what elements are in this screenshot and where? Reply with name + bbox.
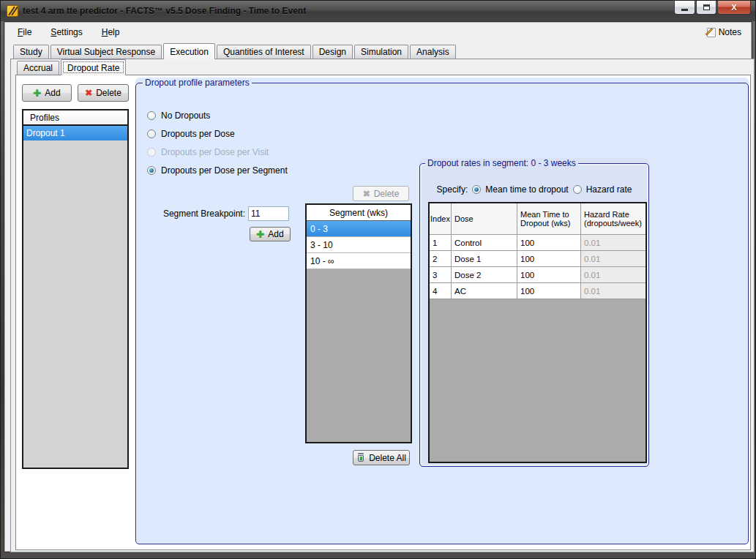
tab-accrual[interactable]: Accrual (17, 61, 59, 75)
cell-hazard-rate: 0.01 (581, 235, 645, 251)
radio-dropouts-per-dose-per-visit: Dropouts per Dose per Visit (147, 145, 269, 160)
tab-dropout-rate[interactable]: Dropout Rate (61, 59, 126, 75)
segment-table: Segment (wks) 0 - 3 3 - 10 10 - ∞ (305, 203, 412, 443)
tab-simulation[interactable]: Simulation (354, 45, 408, 59)
radio-icon (147, 130, 156, 138)
segment-table-header[interactable]: Segment (wks) (307, 205, 411, 221)
groupbox-title: Dropout profile parameters (143, 78, 252, 88)
add-icon: ✚ (33, 88, 41, 99)
dropout-rate-page: ✚ Add ✖ Delete Profiles Dropout 1 Dropou… (15, 75, 751, 550)
segment-row-3-10[interactable]: 3 - 10 (307, 237, 411, 253)
dropout-rates-title: Dropout rates in segment: 0 - 3 weeks (425, 158, 578, 168)
col-hazard-rate: Hazard Rate (dropouts/week) (581, 203, 645, 235)
title-bar[interactable]: test 4 arm tte predictor - FACTS™ v5.5 D… (1, 1, 755, 21)
tab-execution[interactable]: Execution (163, 43, 215, 59)
cell-index: 4 (430, 283, 452, 299)
cell-hazard-rate: 0.01 (581, 283, 645, 299)
radio-hazard-rate-label[interactable]: Hazard rate (586, 184, 632, 195)
window-title: test 4 arm tte predictor - FACTS™ v5.5 D… (23, 6, 306, 16)
execution-tab-page: Accrual Dropout Rate ✚ Add ✖ Delete Prof… (10, 59, 755, 552)
profiles-list-header[interactable]: Profiles (23, 110, 127, 126)
table-row: 1 Control 100 0.01 (430, 235, 645, 251)
cell-hazard-rate: 0.01 (581, 251, 645, 267)
specify-label: Specify: (437, 184, 468, 195)
maximize-button[interactable] (696, 1, 716, 15)
minimize-button[interactable] (674, 1, 695, 15)
segment-add-label: Add (268, 229, 283, 239)
segment-add-button[interactable]: ✚ Add (250, 227, 291, 241)
profile-add-label: Add (45, 88, 60, 98)
segment-breakpoint-input[interactable] (248, 206, 289, 221)
menu-file-rest: ile (23, 27, 31, 37)
cell-mean-time[interactable]: 100 (517, 235, 581, 251)
radio-dropouts-per-dose[interactable]: Dropouts per Dose (147, 127, 235, 141)
delete-all-label: Delete All (369, 453, 406, 463)
profile-delete-button[interactable]: ✖ Delete (78, 84, 129, 102)
profile-add-button[interactable]: ✚ Add (22, 84, 72, 102)
radio-mean-time-icon[interactable] (472, 185, 481, 194)
menu-help[interactable]: Help (102, 27, 120, 37)
radio-label: No Dropouts (161, 110, 210, 121)
segment-breakpoint-label: Segment Breakpoint: (150, 209, 245, 219)
menu-settings-rest: ettings (56, 27, 82, 37)
cell-dose: Dose 2 (452, 267, 517, 283)
radio-dropouts-per-dose-per-segment[interactable]: Dropouts per Dose per Segment (147, 163, 288, 178)
tab-virtual-subject-response[interactable]: Virtual Subject Response (50, 45, 162, 59)
radio-mean-time-label[interactable]: Mean time to dropout (485, 184, 568, 195)
cell-dose: Control (452, 235, 517, 251)
col-dose: Dose (452, 203, 517, 235)
cell-dose: Dose 1 (452, 251, 517, 267)
table-row: 3 Dose 2 100 0.01 (430, 267, 645, 283)
minimize-icon (681, 9, 688, 11)
close-button[interactable]: X (717, 1, 751, 15)
rates-table-header-row: Index Dose Mean Time to Dropout (wks) Ha… (430, 203, 645, 235)
profile-row-dropout-1[interactable]: Dropout 1 (23, 126, 127, 140)
cell-mean-time[interactable]: 100 (517, 267, 581, 283)
specify-row: Specify: Mean time to dropout Hazard rat… (419, 184, 649, 195)
radio-hazard-rate-icon[interactable] (573, 185, 582, 194)
main-tab-strip: Study Virtual Subject Response Execution… (7, 44, 749, 59)
menu-file[interactable]: File (18, 27, 31, 37)
radio-no-dropouts[interactable]: No Dropouts (147, 108, 210, 123)
segment-row-10-inf[interactable]: 10 - ∞ (307, 253, 411, 269)
radio-label: Dropouts per Dose per Visit (161, 147, 269, 157)
segment-delete-button: ✖ Delete (353, 186, 409, 201)
dropout-rates-table: Index Dose Mean Time to Dropout (wks) Ha… (428, 202, 647, 463)
cell-hazard-rate: 0.01 (581, 267, 645, 283)
cell-index: 3 (430, 267, 452, 283)
radio-icon (147, 148, 156, 157)
table-row: 4 AC 100 0.01 (430, 283, 645, 299)
radio-icon (147, 166, 156, 175)
tab-design[interactable]: Design (312, 45, 353, 59)
delete-icon: ✖ (363, 189, 370, 199)
dropout-profile-parameters-groupbox: Dropout profile parameters No Dropouts D… (135, 78, 749, 544)
app-icon (7, 5, 18, 17)
radio-icon (147, 111, 156, 120)
window-controls: X (673, 1, 751, 15)
menu-bar: File Settings Help Notes (4, 22, 752, 42)
col-mean-time: Mean Time to Dropout (wks) (517, 203, 581, 235)
tab-analysis[interactable]: Analysis (410, 45, 456, 59)
tab-study[interactable]: Study (13, 45, 49, 59)
radio-label: Dropouts per Dose per Segment (161, 165, 288, 176)
notes-button[interactable]: Notes (704, 25, 744, 40)
table-row: 2 Dose 1 100 0.01 (430, 251, 645, 267)
segment-delete-label: Delete (374, 189, 400, 199)
profile-delete-label: Delete (96, 88, 121, 98)
radio-label: Dropouts per Dose (161, 129, 235, 139)
tab-quantities-of-interest[interactable]: Quantities of Interest (217, 45, 311, 59)
delete-icon: ✖ (85, 88, 92, 98)
cell-mean-time[interactable]: 100 (517, 283, 581, 299)
cell-dose: AC (452, 283, 517, 299)
client-area: File Settings Help Notes Study Virtual S… (4, 21, 752, 552)
segment-row-0-3[interactable]: 0 - 3 (307, 221, 411, 237)
cell-index: 1 (430, 235, 452, 251)
add-icon: ✚ (256, 229, 264, 240)
delete-all-button[interactable]: Delete All (353, 450, 410, 465)
menu-settings[interactable]: Settings (50, 27, 82, 37)
col-index: Index (430, 203, 452, 235)
sub-tab-strip: Accrual Dropout Rate (17, 60, 127, 75)
cell-index: 2 (430, 251, 452, 267)
cell-mean-time[interactable]: 100 (517, 251, 581, 267)
close-icon: X (731, 3, 736, 12)
